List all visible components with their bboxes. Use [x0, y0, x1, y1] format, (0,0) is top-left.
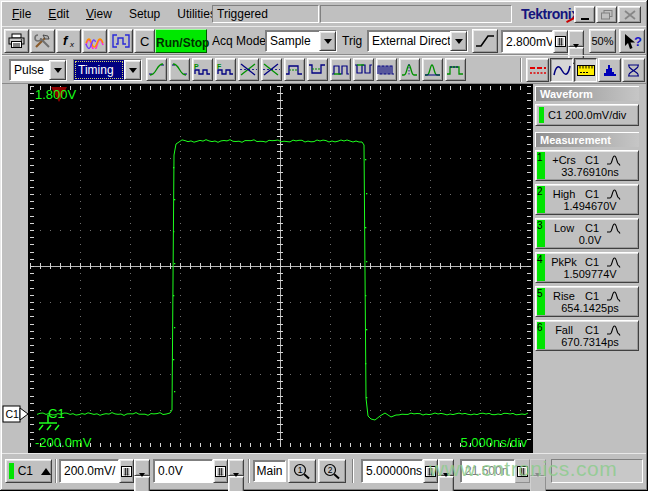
positive-duty-button[interactable]	[330, 58, 351, 81]
timebase-field[interactable]: 5.00000ns	[361, 459, 423, 483]
rise-time-button[interactable]	[146, 58, 167, 81]
frequency-button[interactable]: F	[215, 58, 236, 81]
sidebar: Waveform C1 200.0mV/div Measurement 1+Cr…	[533, 84, 646, 453]
keypad-button[interactable]	[119, 459, 134, 483]
measurement-3-button[interactable]: 3LowC10.0V	[535, 218, 639, 249]
display-scale-button[interactable]: 50%	[589, 29, 616, 53]
pulse-setup-icon	[111, 33, 131, 49]
burst-width-button[interactable]	[376, 58, 397, 81]
chevron-down-icon	[455, 39, 463, 44]
mask-test-button[interactable]	[622, 58, 645, 82]
svg-text:f: f	[63, 33, 69, 48]
measurement-value: 1.509774V	[548, 268, 632, 280]
burst-width-icon	[377, 62, 396, 77]
pulse-meas-icon	[606, 255, 622, 268]
peak-area-button[interactable]	[422, 58, 443, 81]
vertical-scale-spinner: 200.0mV/	[59, 459, 150, 483]
waveform-colors-button[interactable]	[82, 29, 107, 53]
negative-width-button[interactable]	[307, 58, 328, 81]
magnifier-1-icon: 1	[292, 463, 313, 480]
positive-width-button[interactable]	[284, 58, 305, 81]
run-stop-button[interactable]: Run/Stop	[155, 29, 207, 53]
restore-button[interactable]	[596, 6, 617, 23]
trigger-status-text: Triggered	[217, 7, 268, 21]
clear-icon: C	[137, 33, 153, 49]
acq-mode-select[interactable]: Sample	[265, 30, 337, 52]
svg-text:C: C	[140, 34, 149, 49]
oscilloscope-window: FileEditViewSetupUtilitiesHelp Triggered…	[0, 0, 648, 491]
pulse-setup-button[interactable]	[108, 29, 133, 53]
function-button[interactable]: fx	[56, 29, 81, 53]
measurement-panel-icon	[576, 63, 596, 78]
trigger-level-field[interactable]: 2.800mV	[501, 30, 553, 53]
decrement-button[interactable]	[134, 476, 150, 491]
minimize-icon	[581, 18, 589, 20]
menu-setup[interactable]: Setup	[127, 6, 162, 22]
menu-view[interactable]: View	[84, 6, 114, 22]
fall-time-icon	[170, 62, 189, 77]
meas-type-select[interactable]: Pulse	[9, 59, 67, 81]
channel-marker[interactable]: C1	[2, 403, 29, 429]
keypad-button[interactable]	[423, 459, 438, 483]
falling-cross-button[interactable]	[261, 58, 282, 81]
svg-text:x: x	[69, 40, 75, 49]
rising-cross-button[interactable]	[238, 58, 259, 81]
decrement-button[interactable]	[530, 476, 546, 491]
trig-source-dropdown-arrow[interactable]	[450, 31, 467, 51]
vertical-scale-field[interactable]: 200.0mV/	[59, 459, 119, 483]
svg-text:2: 2	[327, 465, 332, 475]
measurement-1-button[interactable]: 1+CrsC133.76910ns	[535, 150, 639, 181]
meas-type-dropdown-arrow[interactable]	[49, 60, 66, 80]
fall-time-button[interactable]	[169, 58, 190, 81]
flat-top-button[interactable]	[445, 58, 466, 81]
peak-button[interactable]	[399, 58, 420, 81]
plot-area[interactable]: C11.800V-200.0mV5.000ns/div	[28, 84, 533, 453]
trig-source-select[interactable]: External Direct	[367, 30, 468, 52]
histogram-button[interactable]	[598, 58, 621, 82]
delay-field[interactable]: 21.500n	[460, 459, 515, 483]
period-button[interactable]: P	[192, 58, 213, 81]
channel-select-button[interactable]: C1	[5, 459, 52, 483]
waveform-channel-button[interactable]: C1 200.0mV/div	[535, 104, 639, 126]
measurement-2-button[interactable]: 2HighC11.494670V	[535, 184, 639, 215]
measurement-6-button[interactable]: 6FallC1670.7314ps	[535, 320, 639, 351]
positive-width-icon	[285, 62, 304, 77]
measurement-4-button[interactable]: 4PkPkC11.509774V	[535, 252, 639, 283]
vertical-position-spinner: 0.0V	[153, 459, 244, 483]
cursors-button[interactable]	[526, 58, 549, 82]
vertical-scale-updown	[134, 459, 150, 483]
decrement-button[interactable]	[228, 476, 244, 491]
trigger-slope-button[interactable]	[472, 29, 498, 53]
negative-duty-button[interactable]	[353, 58, 374, 81]
acq-mode-dropdown-arrow[interactable]	[319, 31, 336, 51]
context-help-button[interactable]: ?	[619, 29, 645, 53]
keypad-button[interactable]	[515, 459, 530, 483]
meas-category-select[interactable]: Timing	[73, 59, 142, 81]
waveform-display-button[interactable]	[550, 58, 573, 82]
measurement-panel-button[interactable]	[574, 58, 597, 82]
keypad-button[interactable]	[213, 459, 228, 483]
meas-type-value: Pulse	[10, 60, 49, 80]
minimize-button[interactable]	[574, 6, 595, 23]
measurement-value: 33.76910ns	[548, 166, 632, 178]
bottombar-divider	[248, 459, 250, 483]
waveform-header: Waveform	[535, 86, 639, 101]
measurement-number: 5	[537, 288, 543, 299]
close-button[interactable]	[618, 6, 641, 23]
meas-category-dropdown-arrow[interactable]	[124, 60, 141, 80]
measurement-title-row: HighC1	[548, 187, 634, 200]
measurement-name: Low	[548, 222, 580, 234]
clear-button[interactable]: C	[134, 29, 155, 53]
decrement-button[interactable]	[438, 476, 454, 491]
print-button[interactable]	[4, 29, 29, 53]
vertical-position-field[interactable]: 0.0V	[153, 459, 213, 483]
tools-button[interactable]	[30, 29, 55, 53]
measurement-5-button[interactable]: 5RiseC1654.1425ps	[535, 286, 639, 317]
menu-file[interactable]: File	[10, 6, 33, 22]
tools-icon	[33, 33, 52, 49]
menu-edit[interactable]: Edit	[46, 6, 71, 22]
measurement-value: 654.1425ps	[548, 302, 632, 314]
zoom-1-button[interactable]: 1	[288, 459, 316, 483]
keypad-button[interactable]	[553, 30, 568, 53]
zoom-2-button[interactable]: 2	[318, 459, 346, 483]
